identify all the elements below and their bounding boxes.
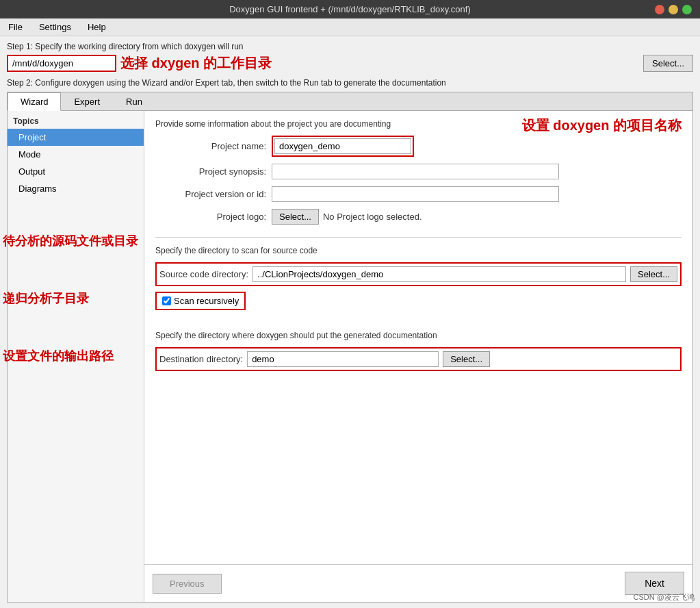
tab-expert[interactable]: Expert	[61, 92, 113, 110]
right-panel: 设置 doxygen 的项目名称 Provide some informatio…	[144, 111, 692, 602]
sidebar-item-diagrams[interactable]: Diagrams	[8, 180, 144, 197]
source-code-select-button[interactable]: Select...	[630, 266, 677, 282]
scan-recursively-wrapper: Scan recursively	[155, 292, 246, 310]
source-code-title: Specify the directory to scan for source…	[155, 246, 682, 255]
watermark: CSDN @凌云飞鸿	[634, 592, 695, 603]
scan-recursively-checkbox[interactable]	[162, 296, 171, 305]
source-code-label: Source code directory:	[159, 269, 248, 279]
destination-title: Specify the directory where doxygen shou…	[155, 331, 682, 340]
project-synopsis-input[interactable]	[272, 164, 559, 179]
project-version-label: Project version or id:	[155, 189, 272, 199]
step1-label: Step 1: Specify the working directory fr…	[7, 42, 693, 51]
sidebar-item-mode[interactable]: Mode	[8, 146, 144, 163]
project-name-row: Project name:	[155, 136, 682, 157]
destination-row-wrapper: Destination directory: Select...	[155, 347, 682, 371]
source-code-section: Specify the directory to scan for source…	[155, 246, 682, 318]
minimize-button[interactable]	[669, 5, 678, 14]
destination-label: Destination directory:	[159, 354, 243, 364]
project-logo-label: Project logo:	[155, 212, 272, 222]
window-controls[interactable]	[655, 5, 692, 14]
sidebar-section-title: Topics	[8, 114, 144, 129]
sidebar-item-output[interactable]: Output	[8, 163, 144, 180]
project-name-label: Project name:	[155, 141, 272, 151]
step1-select-button[interactable]: Select...	[643, 55, 693, 72]
scan-annotation-left: 递归分析子目录	[3, 290, 138, 307]
source-annotation-left: 待分析的源码文件或目录	[3, 233, 138, 249]
title-bar: Doxygen GUI frontend + (/mnt/d/doxygen/R…	[0, 0, 700, 18]
project-synopsis-row: Project synopsis:	[155, 164, 682, 179]
sidebar-item-project[interactable]: Project	[8, 129, 144, 146]
destination-section: Specify the directory where doxygen shou…	[155, 331, 682, 371]
scan-recursively-label: Scan recursively	[174, 296, 239, 306]
destination-select-button[interactable]: Select...	[443, 351, 490, 367]
source-code-input[interactable]	[252, 266, 626, 282]
menu-help[interactable]: Help	[85, 21, 109, 34]
step1-row: 选择 dxygen 的工作目录 Select...	[7, 54, 693, 73]
maximize-button[interactable]	[682, 5, 692, 14]
dest-annotation-left: 设置文件的输出路径	[3, 348, 138, 364]
project-logo-row: Project logo: Select... No Project logo …	[155, 209, 682, 225]
window-title: Doxygen GUI frontend + (/mnt/d/doxygen/R…	[229, 4, 471, 14]
destination-input[interactable]	[247, 351, 439, 367]
project-logo-text: No Project logo selected.	[323, 212, 422, 222]
tab-bar: Wizard Expert Run	[8, 92, 692, 111]
project-info-section: Provide some information about the proje…	[155, 119, 682, 225]
menu-file[interactable]: File	[5, 21, 25, 34]
project-logo-controls: Select... No Project logo selected.	[272, 209, 422, 225]
step2-label: Step 2: Configure doxygen using the Wiza…	[7, 78, 693, 88]
menu-settings[interactable]: Settings	[36, 21, 74, 34]
project-version-row: Project version or id:	[155, 186, 682, 202]
menu-bar: File Settings Help	[0, 18, 700, 36]
step1-annotation: 选择 dxygen 的工作目录	[120, 54, 639, 73]
project-logo-select-button[interactable]: Select...	[272, 209, 319, 225]
project-name-wrapper	[272, 136, 414, 157]
project-synopsis-label: Project synopsis:	[155, 166, 272, 177]
tab-run[interactable]: Run	[113, 92, 155, 110]
tab-wizard[interactable]: Wizard	[8, 92, 61, 111]
working-dir-input[interactable]	[7, 55, 116, 72]
project-name-input[interactable]	[274, 138, 411, 154]
left-annotations-overlay: 待分析的源码文件或目录 递归分析子目录 设置文件的输出路径	[0, 233, 138, 364]
bottom-bar: Previous Next	[144, 564, 692, 602]
previous-button[interactable]: Previous	[153, 574, 222, 594]
next-button[interactable]: Next	[625, 572, 684, 595]
project-version-input[interactable]	[272, 186, 559, 202]
source-code-row-wrapper: Source code directory: Select...	[155, 262, 682, 286]
project-name-annotation: 设置 doxygen 的项目名称	[522, 116, 682, 135]
close-button[interactable]	[655, 5, 664, 14]
